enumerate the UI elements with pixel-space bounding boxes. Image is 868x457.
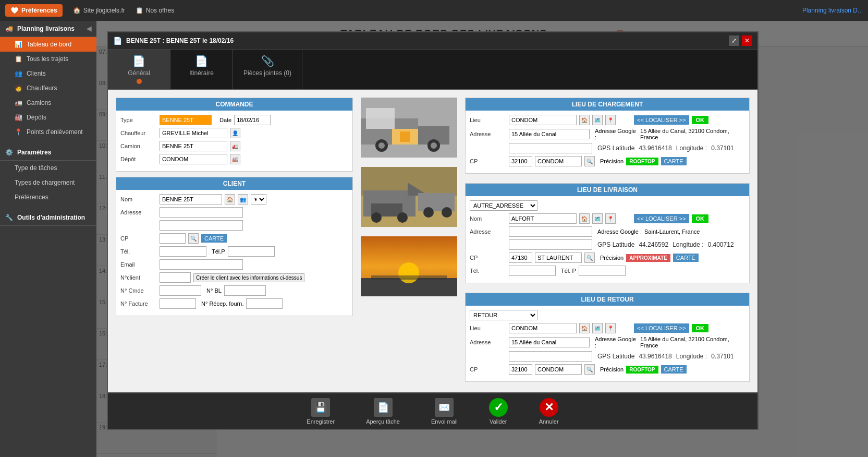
client-tel-input[interactable] — [160, 246, 206, 257]
tab-pieces[interactable]: 📎 Pièces jointes (0) — [233, 50, 302, 89]
livraison-nom-row: Nom 🏠 🗺️ 📍 << LOCALISER >> OK — [470, 213, 745, 224]
client-nom-input[interactable] — [160, 194, 222, 205]
client-adresse-label: Adresse — [120, 209, 157, 215]
apercu-action[interactable]: 📄 Aperçu tâche — [366, 398, 400, 425]
chargement-adresse-input[interactable] — [509, 129, 590, 139]
retour-adresse2-input[interactable] — [509, 351, 592, 362]
client-ncmde-input[interactable] — [160, 285, 201, 296]
retour-ville-input[interactable] — [535, 364, 582, 375]
client-tel-row: Tél. Tél.P — [120, 246, 348, 257]
type-label: Type — [120, 117, 157, 123]
retour-lieu-row: Lieu 🏠 🗺️ 📍 << LOCALISER >> OK — [470, 323, 745, 333]
livraison-type-select[interactable]: AUTRE_ADRESSE — [470, 200, 537, 211]
livraison-localiser-button[interactable]: << LOCALISER >> — [634, 214, 689, 223]
chargement-adresse2-input[interactable] — [509, 143, 592, 153]
livraison-carte-button[interactable]: CARTE — [673, 254, 699, 262]
livraison-telp-input[interactable] — [579, 266, 626, 276]
retour-carte-button[interactable]: CARTE — [661, 365, 687, 374]
sidebar-item-preferences[interactable]: Préférences — [0, 190, 96, 205]
client-cp-search-button[interactable]: 🔍 — [188, 233, 199, 244]
chargement-lieu-input[interactable] — [509, 115, 577, 125]
collapse-btn[interactable]: ◀ — [87, 25, 91, 32]
tab-general-label: Général — [128, 69, 150, 77]
livraison-home-button[interactable]: 🏠 — [579, 213, 590, 224]
livraison-tel-input[interactable] — [509, 266, 556, 276]
client-nclient-label: N°client — [120, 274, 157, 281]
chauffeur-search-button[interactable]: 👤 — [230, 128, 240, 138]
chargement-map-button[interactable]: 🗺️ — [592, 115, 603, 125]
chauffeur-label: Chauffeur — [120, 130, 157, 136]
annuler-action[interactable]: ✕ Annuler — [539, 398, 559, 425]
create-client-button[interactable]: Créer le client avec les informations ci… — [193, 273, 304, 282]
client-home-button[interactable]: 🏠 — [225, 194, 235, 205]
planning-link[interactable]: Planning livraison D... — [802, 7, 863, 14]
chargement-localiser-button[interactable]: << LOCALISER >> — [634, 115, 689, 125]
livraison-nom-input[interactable] — [509, 213, 577, 224]
sidebar-item-type-taches[interactable]: Type de tâches — [0, 161, 96, 175]
client-nbl-label: N° BL — [206, 287, 222, 294]
type-input[interactable] — [160, 115, 212, 125]
camion-search-button[interactable]: 🚛 — [230, 141, 240, 151]
sidebar-item-depots[interactable]: 🏭 Dépôts — [0, 110, 96, 125]
client-nclient-input[interactable] — [160, 272, 191, 283]
livraison-pin-button[interactable]: 📍 — [605, 213, 616, 224]
client-nfacture-label: N° Facture — [120, 300, 157, 307]
client-carte-button[interactable]: CARTE — [201, 234, 227, 243]
enregistrer-action[interactable]: 💾 Enregistrer — [307, 398, 335, 425]
client-nrecep-input[interactable] — [246, 298, 283, 309]
site-link[interactable]: 🏠 Site jlogiciels.fr — [73, 7, 125, 14]
chargement-pin-button[interactable]: 📍 — [605, 115, 616, 125]
depot-input[interactable] — [160, 154, 227, 164]
chargement-ville-input[interactable] — [535, 156, 582, 166]
retour-adresse-input[interactable] — [509, 337, 590, 347]
chargement-home-button[interactable]: 🏠 — [579, 115, 590, 125]
sidebar-item-points[interactable]: 📍 Points d'enlèvement — [0, 125, 96, 139]
client-cp-input[interactable] — [160, 233, 186, 244]
chargement-cp-button[interactable]: 🔍 — [584, 156, 595, 166]
depot-search-button[interactable]: 🏭 — [230, 154, 240, 164]
chargement-carte-button[interactable]: CARTE — [661, 157, 687, 165]
offers-link[interactable]: 📋 Nos offres — [136, 7, 174, 14]
svg-point-19 — [442, 207, 452, 218]
livraison-lat-label: GPS Latitude — [597, 241, 634, 248]
sidebar-item-chauffeurs[interactable]: 🧑 Chauffeurs — [0, 81, 96, 95]
valider-action[interactable]: ✓ Valider — [489, 398, 508, 425]
chauffeur-input[interactable] — [160, 128, 227, 138]
chargement-lat-label: GPS Latitude — [597, 145, 634, 152]
date-input[interactable] — [234, 115, 271, 125]
retour-cp-input[interactable] — [509, 364, 532, 375]
sidebar-item-camions[interactable]: 🚛 Camions — [0, 95, 96, 110]
sidebar-item-tableau[interactable]: 📊 Tableau de bord — [0, 37, 96, 52]
livraison-map-button[interactable]: 🗺️ — [592, 213, 603, 224]
livraison-adresse2-input[interactable] — [509, 239, 592, 250]
livraison-cp-input[interactable] — [509, 252, 532, 263]
livraison-ville-input[interactable] — [535, 252, 582, 263]
retour-map-button[interactable]: 🗺️ — [592, 323, 603, 333]
camion-input[interactable] — [160, 141, 227, 151]
retour-lieu-input[interactable] — [509, 323, 577, 333]
livraison-adresse-input[interactable] — [509, 226, 592, 237]
client-dropdown[interactable]: ▾ — [251, 194, 266, 205]
retour-localiser-button[interactable]: << LOCALISER >> — [634, 323, 689, 333]
brand-button[interactable]: Préférences — [5, 4, 63, 17]
sidebar-item-trajets[interactable]: 📋 Tous les trajets — [0, 52, 96, 66]
chargement-cp-input[interactable] — [509, 156, 532, 166]
livraison-cp-button[interactable]: 🔍 — [584, 252, 595, 263]
client-nfacture-input[interactable] — [160, 298, 196, 309]
retour-home-button[interactable]: 🏠 — [579, 323, 590, 333]
retour-pin-button[interactable]: 📍 — [605, 323, 616, 333]
tab-general[interactable]: 📄 Général — [108, 50, 170, 89]
client-adresse-input[interactable] — [160, 207, 243, 218]
retour-cp-button[interactable]: 🔍 — [584, 364, 595, 375]
tab-itineraire[interactable]: 📄 Itinéraire — [170, 50, 233, 89]
client-search-button[interactable]: 👥 — [238, 194, 248, 205]
sidebar-item-types-chargement[interactable]: Types de chargement — [0, 175, 96, 190]
client-nbl-input[interactable] — [224, 285, 266, 296]
retour-type-select[interactable]: RETOUR — [470, 310, 537, 320]
client-email-input[interactable] — [160, 259, 243, 270]
envoi-action[interactable]: ✉️ Envoi mail — [431, 398, 458, 425]
client-adresse2-input[interactable] — [160, 220, 243, 231]
sidebar-item-clients[interactable]: 👥 Clients — [0, 66, 96, 81]
client-telp-input[interactable] — [228, 246, 275, 257]
modal-dialog: 📄 BENNE 25T : BENNE 25T le 18/02/16 ⤢ ✕ … — [107, 47, 759, 430]
